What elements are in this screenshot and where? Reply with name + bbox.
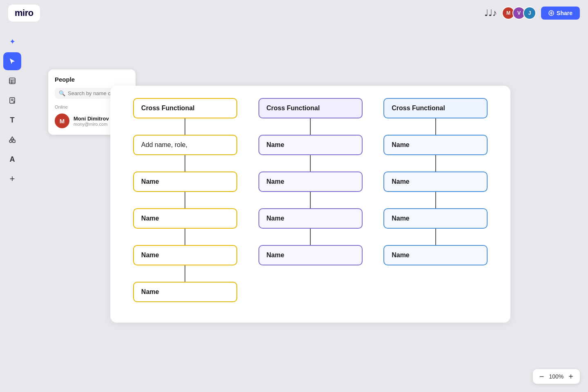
col3-node-1[interactable]: Name	[383, 172, 488, 192]
svg-marker-12	[11, 137, 14, 139]
top-bar: miro ♩♩♪ M V J Share	[0, 0, 588, 26]
table-button[interactable]	[3, 72, 21, 90]
connector-2-1	[310, 155, 311, 172]
col2-node-3[interactable]: Name	[258, 245, 363, 265]
connector-2-0	[310, 118, 311, 135]
cursor-button[interactable]	[3, 52, 21, 70]
col2-node-0[interactable]: Name	[258, 135, 363, 155]
zoom-out-button[interactable]: −	[539, 372, 544, 381]
text-button[interactable]: T	[3, 111, 21, 129]
connector-2-2	[310, 192, 311, 208]
col2-header[interactable]: Cross Functional	[258, 98, 363, 118]
topbar-right: ♩♩♪ M V J Share	[484, 7, 580, 20]
add-button[interactable]: +	[3, 170, 21, 188]
col3-node-2[interactable]: Name	[383, 208, 488, 229]
col1-node-4[interactable]: Name	[133, 282, 237, 302]
col1-header[interactable]: Cross Functional	[133, 98, 237, 118]
col2-node-2[interactable]: Name	[258, 208, 363, 229]
music-icon[interactable]: ♩♩♪	[484, 8, 497, 18]
avatars: M V J	[502, 7, 536, 20]
col1-node-1[interactable]: Name	[133, 172, 237, 192]
col3-node-0[interactable]: Name	[383, 135, 488, 155]
font-button[interactable]: A	[3, 150, 21, 168]
col1-node-2[interactable]: Name	[133, 208, 237, 229]
zoom-in-button[interactable]: +	[568, 372, 573, 381]
connector-3-1	[435, 155, 436, 172]
svg-rect-3	[9, 78, 15, 84]
connector-3-3	[435, 229, 436, 245]
column-1: Cross Functional Add name, role, Name Na…	[127, 98, 244, 310]
connector-1-4	[185, 265, 185, 282]
column-2: Cross Functional Name Name Name Name	[252, 98, 369, 310]
zoom-level: 100%	[548, 373, 564, 380]
column-3: Cross Functional Name Name Name Name	[377, 98, 494, 310]
connector-1-3	[185, 229, 185, 245]
connector-1-0	[185, 118, 185, 135]
connector-2-3	[310, 229, 311, 245]
share-button[interactable]: Share	[541, 7, 580, 20]
svg-rect-11	[13, 140, 15, 143]
col1-node-0[interactable]: Add name, role,	[133, 135, 237, 155]
note-button[interactable]	[3, 91, 21, 109]
share-label: Share	[557, 10, 572, 16]
sparkle-button[interactable]: ✦	[3, 33, 21, 51]
connector-1-1	[185, 155, 185, 172]
connector-3-2	[435, 192, 436, 208]
connector-1-2	[185, 192, 185, 208]
logo-container[interactable]: miro	[8, 4, 40, 22]
board: Cross Functional Add name, role, Name Na…	[110, 86, 510, 323]
left-toolbar: ✦ T A +	[3, 33, 21, 188]
col3-header[interactable]: Cross Functional	[383, 98, 488, 118]
svg-point-10	[9, 140, 12, 143]
zoom-bar: − 100% +	[533, 369, 580, 384]
logo: miro	[15, 8, 33, 18]
canvas: Cross Functional Add name, role, Name Na…	[33, 33, 588, 376]
col2-node-1[interactable]: Name	[258, 172, 363, 192]
shapes-button[interactable]	[3, 131, 21, 149]
col3-node-3[interactable]: Name	[383, 245, 488, 265]
col1-node-3[interactable]: Name	[133, 245, 237, 265]
avatar-3[interactable]: J	[523, 7, 536, 20]
connector-3-0	[435, 118, 436, 135]
